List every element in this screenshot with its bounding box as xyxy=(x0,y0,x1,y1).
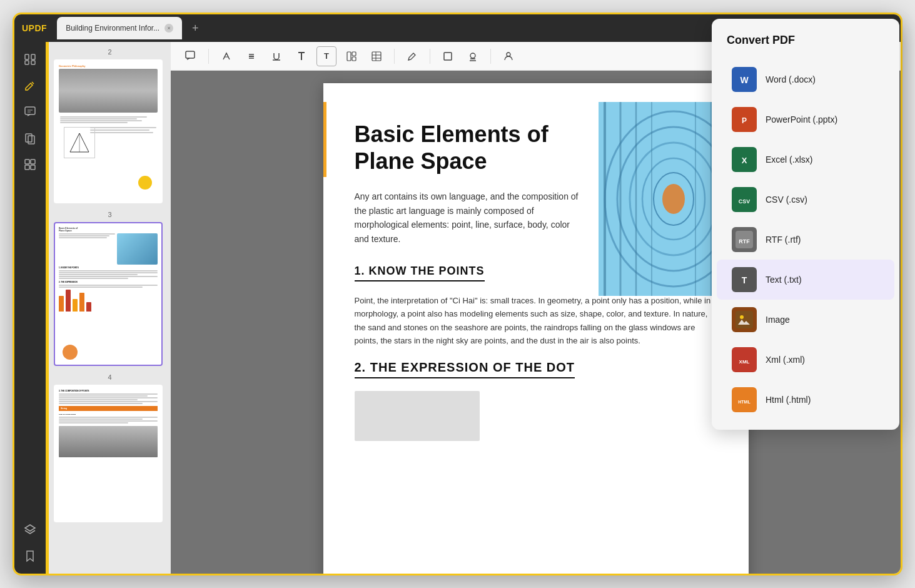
app-logo: UPDF xyxy=(22,23,47,33)
convert-label-csv: CSV (.csv) xyxy=(766,195,807,205)
sidebar xyxy=(14,42,46,574)
svg-point-40 xyxy=(662,184,685,214)
svg-text:RTF: RTF xyxy=(739,238,750,245)
svg-rect-7 xyxy=(26,134,32,142)
convert-label-xml: Xml (.xml) xyxy=(766,355,805,365)
rtf-icon: RTF xyxy=(732,227,757,252)
thumbnail-page-3[interactable]: 3 Basic Elements ofPlane Space 1. xyxy=(54,211,166,366)
page-num-3: 3 xyxy=(54,211,166,218)
tab-title: Building Environment Infor... xyxy=(66,24,159,33)
excel-icon: X xyxy=(732,147,757,172)
convert-item-xml[interactable]: XMLXml (.xml) xyxy=(717,340,894,380)
thumbnail-page-4[interactable]: 4 3. THE COMPOSITION OF POINTS String xyxy=(54,373,166,522)
html-icon: HTML xyxy=(732,387,757,412)
convert-label-image: Image xyxy=(766,315,790,325)
user-tool[interactable] xyxy=(498,46,518,66)
sidebar-item-organize[interactable] xyxy=(19,153,41,176)
convert-item-excel[interactable]: XExcel (.xlsx) xyxy=(717,139,894,180)
sidebar-item-comment[interactable] xyxy=(19,101,41,123)
page-num-4: 4 xyxy=(54,373,166,381)
svg-rect-10 xyxy=(31,160,35,164)
separator-3 xyxy=(430,49,430,64)
thumbnail-img-2: Geometric Philosophy xyxy=(54,59,163,203)
pdf-orange-bar xyxy=(323,102,326,177)
pdf-main-title: Basic Elements of Plane Space xyxy=(355,121,586,175)
pdf-bottom-image xyxy=(355,391,480,441)
csv-icon: CSV xyxy=(732,187,757,212)
text-box-tool[interactable]: T xyxy=(316,46,336,66)
svg-rect-4 xyxy=(25,107,35,114)
sidebar-item-pages[interactable] xyxy=(19,48,41,71)
word-icon: W xyxy=(732,67,757,92)
ppt-icon: P xyxy=(732,107,757,132)
svg-rect-11 xyxy=(25,165,29,170)
image-icon xyxy=(732,307,757,332)
pdf-page: Basic Elements of Plane Space Any art co… xyxy=(323,83,749,574)
text-tool[interactable] xyxy=(291,46,311,66)
format-tool[interactable] xyxy=(341,46,361,66)
svg-rect-24 xyxy=(347,52,351,61)
svg-rect-26 xyxy=(352,57,356,61)
pen-tool[interactable] xyxy=(402,46,422,66)
convert-pdf-panel: Convert PDF WWord (.docx)PPowerPoint (.p… xyxy=(712,19,899,430)
thumbnail-panel: 2 Geometric Philosophy xyxy=(49,42,171,574)
svg-rect-9 xyxy=(25,160,29,164)
convert-label-text: Text (.txt) xyxy=(766,275,802,285)
thumb-arch-image xyxy=(59,69,158,113)
sidebar-item-bookmark[interactable] xyxy=(19,545,41,567)
svg-rect-12 xyxy=(31,165,35,170)
svg-rect-17 xyxy=(186,51,195,58)
svg-rect-0 xyxy=(25,54,29,59)
svg-text:X: X xyxy=(742,156,747,165)
convert-item-text[interactable]: TText (.txt) xyxy=(717,260,894,300)
document-tab[interactable]: Building Environment Infor... × xyxy=(57,17,182,39)
svg-rect-3 xyxy=(31,61,35,64)
strikethrough-tool[interactable] xyxy=(241,46,261,66)
convert-item-word[interactable]: WWord (.docx) xyxy=(717,59,894,99)
separator-1 xyxy=(208,49,209,64)
pdf-section1-title: 1. KNOW THE POINTS xyxy=(355,265,485,281)
svg-text:P: P xyxy=(742,116,747,125)
thumbnail-img-3: Basic Elements ofPlane Space 1. KNOW THE… xyxy=(54,222,163,366)
pdf-intro-text: Any art contains its own language, and t… xyxy=(355,190,586,246)
pdf-section2-title: 2. THE EXPRESSION OF THE DOT xyxy=(355,360,575,378)
svg-rect-2 xyxy=(25,61,29,64)
svg-point-33 xyxy=(507,53,510,56)
svg-text:CSV: CSV xyxy=(739,198,751,205)
convert-item-csv[interactable]: CSVCSV (.csv) xyxy=(717,180,894,220)
underline-tool[interactable] xyxy=(266,46,286,66)
new-tab-button[interactable]: + xyxy=(187,20,203,36)
svg-rect-1 xyxy=(31,54,35,59)
svg-rect-31 xyxy=(444,53,452,60)
highlight-tool[interactable] xyxy=(216,46,236,66)
svg-text:HTML: HTML xyxy=(738,400,751,404)
convert-item-image[interactable]: Image xyxy=(717,300,894,340)
svg-rect-8 xyxy=(28,136,34,144)
svg-rect-61 xyxy=(736,311,753,328)
svg-point-32 xyxy=(470,53,475,58)
convert-label-word: Word (.docx) xyxy=(766,74,816,84)
convert-item-html[interactable]: HTMLHtml (.html) xyxy=(717,380,894,420)
convert-label-html: Html (.html) xyxy=(766,395,811,405)
sidebar-item-layers[interactable] xyxy=(19,519,41,541)
svg-text:W: W xyxy=(740,75,749,85)
svg-line-14 xyxy=(79,133,89,152)
convert-label-ppt: PowerPoint (.pptx) xyxy=(766,114,837,124)
convert-item-rtf[interactable]: RTFRTF (.rtf) xyxy=(717,220,894,260)
svg-text:T: T xyxy=(742,275,747,285)
xml-icon: XML xyxy=(732,347,757,372)
convert-item-ppt[interactable]: PPowerPoint (.pptx) xyxy=(717,99,894,139)
thumbnail-page-2[interactable]: 2 Geometric Philosophy xyxy=(54,48,166,203)
svg-line-13 xyxy=(70,133,79,152)
comment-tool[interactable] xyxy=(181,46,201,66)
pdf-section1-body: Point, the interpretation of "Ci Hai" is… xyxy=(355,294,717,348)
table-tool[interactable] xyxy=(367,46,387,66)
svg-text:XML: XML xyxy=(739,359,750,365)
convert-items-list: WWord (.docx)PPowerPoint (.pptx)XExcel (… xyxy=(712,59,899,420)
rectangle-tool[interactable] xyxy=(438,46,458,66)
sidebar-item-edit[interactable] xyxy=(19,74,41,97)
sidebar-item-export[interactable] xyxy=(19,127,41,150)
page-num-2: 2 xyxy=(54,48,166,56)
tab-close-button[interactable]: × xyxy=(164,24,173,33)
stamp-tool[interactable] xyxy=(463,46,483,66)
